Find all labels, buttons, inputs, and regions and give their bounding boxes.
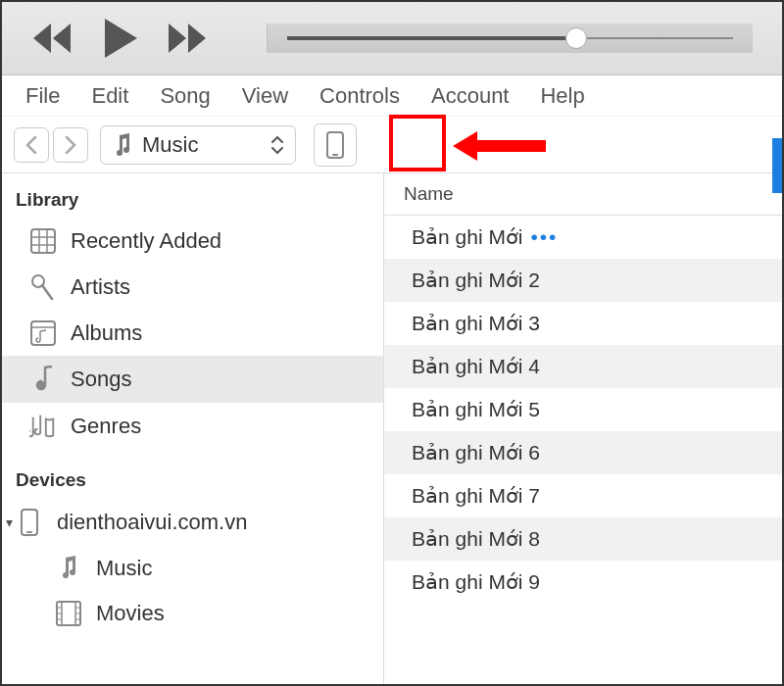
sidebar-item-label: Genres bbox=[71, 414, 141, 439]
up-down-icon bbox=[271, 136, 283, 154]
source-selector[interactable]: Music bbox=[100, 125, 296, 165]
device-name: dienthoaivui.com.vn bbox=[57, 510, 247, 535]
table-row[interactable]: Bản ghi Mới ••• bbox=[384, 216, 782, 259]
sidebar-device-music[interactable]: Music bbox=[2, 546, 383, 591]
nav-forward-button[interactable] bbox=[53, 127, 88, 163]
right-edge-accent bbox=[772, 138, 782, 193]
sidebar-item-songs[interactable]: Songs bbox=[2, 356, 383, 403]
table-row[interactable]: Bản ghi Mới 7 bbox=[384, 474, 782, 517]
next-button[interactable] bbox=[167, 24, 208, 53]
menu-bar: File Edit Song View Controls Account Hel… bbox=[2, 75, 782, 117]
menu-edit[interactable]: Edit bbox=[79, 79, 140, 113]
row-label: Bản ghi Mới 5 bbox=[412, 398, 540, 420]
svg-rect-9 bbox=[31, 321, 55, 345]
menu-account[interactable]: Account bbox=[419, 79, 521, 113]
table-row[interactable]: Bản ghi Mới 3 bbox=[384, 302, 782, 345]
table-row[interactable]: Bản ghi Mới 9 bbox=[384, 561, 782, 604]
sidebar-item-recently-added[interactable]: Recently Added bbox=[2, 219, 383, 264]
more-dots-icon[interactable]: ••• bbox=[523, 225, 559, 248]
phone-icon bbox=[16, 509, 43, 536]
device-button[interactable] bbox=[314, 123, 357, 167]
sidebar: Library Recently Added Artists Albums So… bbox=[2, 173, 384, 684]
toolbar: Music bbox=[2, 117, 782, 173]
nav-group bbox=[14, 127, 88, 163]
callout-arrow-icon bbox=[453, 128, 551, 164]
row-label: Bản ghi Mới 8 bbox=[412, 527, 540, 550]
playback-bar bbox=[2, 2, 782, 75]
sidebar-device[interactable]: ▾ dienthoaivui.com.vn bbox=[2, 499, 383, 546]
album-icon bbox=[29, 320, 57, 346]
sidebar-item-label: Music bbox=[96, 556, 152, 581]
menu-help[interactable]: Help bbox=[528, 79, 596, 113]
sidebar-item-genres[interactable]: Genres bbox=[2, 403, 383, 450]
row-label: Bản ghi Mới 6 bbox=[412, 441, 540, 464]
rows-list: Bản ghi Mới •••Bản ghi Mới 2Bản ghi Mới … bbox=[384, 216, 782, 604]
callout-box bbox=[389, 115, 446, 172]
row-label: Bản ghi Mới 7 bbox=[412, 484, 540, 507]
row-label: Bản ghi Mới 4 bbox=[412, 355, 540, 377]
svg-rect-1 bbox=[332, 154, 338, 156]
sidebar-item-albums[interactable]: Albums bbox=[2, 311, 383, 356]
row-label: Bản ghi Mới 9 bbox=[412, 570, 540, 593]
sidebar-item-label: Albums bbox=[71, 320, 142, 346]
sidebar-item-label: Movies bbox=[96, 601, 165, 626]
phone-icon bbox=[326, 131, 344, 159]
devices-title: Devices bbox=[2, 462, 383, 499]
sidebar-item-artists[interactable]: Artists bbox=[2, 264, 383, 311]
svg-rect-2 bbox=[31, 229, 55, 253]
content-pane: Name Bản ghi Mới •••Bản ghi Mới 2Bản ghi… bbox=[384, 173, 782, 684]
genres-icon bbox=[29, 413, 57, 440]
table-row[interactable]: Bản ghi Mới 5 bbox=[384, 388, 782, 431]
play-button[interactable] bbox=[100, 19, 139, 58]
progress-bar[interactable] bbox=[267, 24, 753, 53]
table-row[interactable]: Bản ghi Mới 4 bbox=[384, 345, 782, 388]
music-note-icon bbox=[113, 133, 132, 157]
menu-file[interactable]: File bbox=[14, 79, 72, 113]
caret-down-icon[interactable]: ▾ bbox=[6, 514, 13, 530]
film-icon bbox=[55, 601, 82, 626]
row-label: Bản ghi Mới 2 bbox=[412, 269, 540, 291]
column-header-name[interactable]: Name bbox=[384, 173, 782, 216]
row-label: Bản ghi Mới 3 bbox=[412, 312, 540, 334]
chevron-right-icon bbox=[64, 136, 77, 154]
table-row[interactable]: Bản ghi Mới 8 bbox=[384, 517, 782, 561]
svg-line-8 bbox=[42, 285, 52, 299]
mic-icon bbox=[29, 273, 57, 301]
menu-view[interactable]: View bbox=[230, 79, 300, 113]
library-title: Library bbox=[2, 181, 383, 219]
svg-point-11 bbox=[37, 381, 45, 389]
menu-song[interactable]: Song bbox=[148, 79, 221, 113]
menu-controls[interactable]: Controls bbox=[308, 79, 412, 113]
previous-button[interactable] bbox=[31, 24, 73, 53]
table-row[interactable]: Bản ghi Mới 6 bbox=[384, 431, 782, 474]
sidebar-device-movies[interactable]: Movies bbox=[2, 591, 383, 636]
row-label: Bản ghi Mới bbox=[412, 225, 523, 248]
svg-rect-13 bbox=[26, 531, 32, 533]
table-row[interactable]: Bản ghi Mới 2 bbox=[384, 259, 782, 302]
sidebar-item-label: Recently Added bbox=[71, 228, 221, 254]
main-split: Library Recently Added Artists Albums So… bbox=[2, 173, 782, 684]
grid-icon bbox=[29, 228, 57, 254]
playback-controls bbox=[31, 19, 208, 58]
sidebar-item-label: Songs bbox=[71, 367, 131, 392]
sidebar-item-label: Artists bbox=[71, 274, 130, 300]
nav-back-button[interactable] bbox=[14, 127, 49, 163]
chevron-left-icon bbox=[24, 136, 38, 154]
source-label: Music bbox=[142, 132, 262, 158]
music-note-icon bbox=[55, 556, 82, 581]
music-note-icon bbox=[29, 366, 57, 393]
